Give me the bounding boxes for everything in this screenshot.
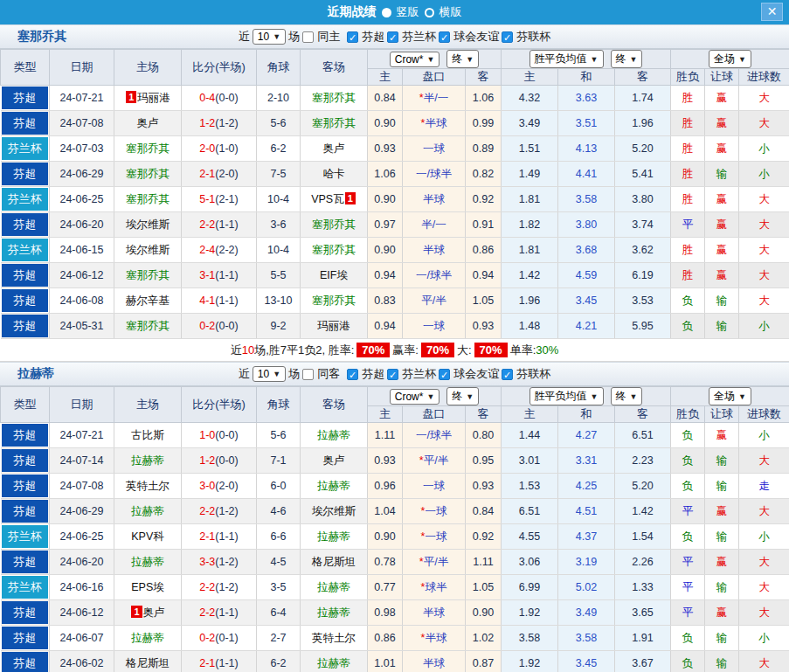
goals-result: 大	[739, 448, 789, 474]
chevron-down-icon: ▼	[466, 392, 474, 401]
team-name: 拉赫蒂	[131, 556, 164, 568]
avg-odds-select[interactable]: 胜平负均值▼	[529, 387, 604, 405]
sub-handicap-result: 让球	[705, 69, 739, 86]
avg-odds-select[interactable]: 胜平负均值▼	[529, 50, 604, 68]
odds-stage-select[interactable]: 终▼	[446, 387, 479, 405]
close-icon[interactable]: ✕	[761, 3, 783, 21]
handicap-result: 赢	[705, 423, 739, 448]
match-date: 24-07-21	[50, 86, 114, 111]
league2-checkbox[interactable]: ✓	[387, 31, 398, 43]
half-time-score: (1-2)	[215, 556, 238, 568]
chevron-down-icon: ▼	[273, 32, 280, 41]
match-row: 芬超24-07-211玛丽港0-4(0-0)2-10塞那乔其0.84*半/一1.…	[1, 86, 789, 111]
league2-checkbox[interactable]: ✓	[387, 369, 398, 380]
team-name: 格尼斯坦	[126, 657, 170, 669]
sub-avg-away: 客	[615, 69, 671, 86]
team-name: 古比斯	[131, 429, 164, 441]
corner-count: 7-1	[257, 448, 301, 474]
avg-home-odds: 1.48	[502, 314, 558, 339]
league-type: 芬兰杯	[2, 137, 49, 160]
league4-checkbox[interactable]: ✓	[502, 369, 513, 380]
avg-away-odds: 1.33	[615, 575, 671, 600]
full-time-score: 1-2	[199, 454, 215, 467]
match-date: 24-06-16	[50, 575, 114, 600]
handicap-cell: 一球	[403, 136, 466, 162]
same-home-checkbox[interactable]	[302, 31, 314, 43]
team-name: 塞那乔其	[312, 92, 356, 104]
match-date: 24-07-21	[50, 423, 114, 448]
vertical-layout-radio[interactable]	[382, 8, 391, 17]
near-label: 近	[239, 29, 250, 45]
team-name: 玛丽港	[137, 92, 170, 104]
handicap-cell: *半球	[403, 626, 466, 651]
league-type: 芬超	[2, 264, 49, 287]
league-type: 芬超	[2, 112, 49, 135]
avg-stage-select[interactable]: 终▼	[611, 387, 643, 405]
home-odds: 0.86	[368, 626, 403, 651]
handicap-line: 一/球半	[416, 168, 452, 180]
away-team-results-table: 类型 日期 主场 比分(半场) 角球 客场 Crow*▼ 终▼ 胜平负均值▼ 终…	[0, 386, 789, 672]
league3-checkbox[interactable]: ✓	[439, 369, 450, 380]
horizontal-layout-radio[interactable]	[425, 8, 434, 17]
scope-select[interactable]: 全场▼	[709, 50, 751, 68]
handicap-line: 一/球半	[416, 269, 452, 281]
corner-count: 3-6	[257, 212, 301, 238]
match-date: 24-06-29	[50, 499, 114, 524]
winlose-result: 平	[671, 212, 705, 238]
team-name: 塞那乔其	[126, 269, 170, 281]
corner-count: 5-6	[257, 423, 301, 448]
goals-result: 小	[739, 423, 789, 448]
chevron-down-icon: ▼	[738, 55, 746, 64]
team-name: 塞那乔其	[312, 294, 356, 307]
half-time-score: (1-0)	[215, 142, 238, 155]
summary-segment: 30%	[536, 343, 558, 357]
team-name: 塞那乔其	[126, 168, 170, 180]
handicap-result: 输	[705, 162, 739, 187]
team-name: 英特土尔	[126, 480, 170, 492]
same-away-checkbox[interactable]	[302, 369, 314, 380]
avg-draw-value: 3.51	[576, 117, 597, 129]
games-count-select[interactable]: 10▼	[253, 366, 286, 382]
league1-checkbox[interactable]: ✓	[347, 31, 358, 43]
home-odds: 0.90	[368, 187, 403, 212]
league3-checkbox[interactable]: ✓	[439, 31, 450, 43]
bookmaker-select[interactable]: Crow*▼	[390, 389, 440, 405]
col-date: 日期	[50, 50, 114, 86]
chevron-down-icon: ▼	[738, 392, 746, 401]
avg-draw-value: 3.80	[576, 218, 597, 231]
league-type: 芬超	[2, 627, 49, 649]
league4-checkbox[interactable]: ✓	[502, 31, 513, 43]
bookmaker-select[interactable]: Crow*▼	[390, 52, 440, 67]
away-team-cell: 塞那乔其	[301, 86, 368, 111]
odds-stage-select[interactable]: 终▼	[446, 50, 479, 68]
full-time-score: 2-0	[199, 142, 215, 155]
league-type: 芬超	[2, 601, 49, 624]
away-team-name: 拉赫蒂	[17, 363, 54, 385]
avg-away-odds: 1.42	[615, 499, 671, 524]
half-time-score: (1-1)	[215, 657, 238, 669]
sub-avg-away: 客	[615, 406, 671, 423]
avg-draw-odds: 3.45	[558, 651, 615, 672]
half-time-score: (1-1)	[215, 269, 238, 281]
avg-stage-select[interactable]: 终▼	[611, 50, 643, 68]
match-date: 24-07-08	[50, 474, 114, 499]
handicap-result: 输	[705, 314, 739, 339]
sub-home-odds: 主	[368, 406, 403, 423]
corner-count: 6-4	[257, 600, 301, 626]
team-name: 玛丽港	[317, 320, 350, 332]
league1-checkbox[interactable]: ✓	[347, 369, 358, 380]
games-count-select[interactable]: 10▼	[253, 29, 286, 45]
score-cell: 1-0(0-0)	[182, 423, 257, 448]
avg-draw-odds: 3.58	[558, 626, 615, 651]
away-odds: 0.93	[466, 314, 502, 339]
handicap-line: 半球	[423, 606, 445, 619]
avg-away-odds: 5.95	[615, 314, 671, 339]
goals-result: 大	[739, 550, 789, 575]
avg-draw-odds: 4.41	[558, 162, 615, 187]
league-type: 芬超	[2, 289, 49, 312]
full-time-score: 3-3	[199, 556, 215, 568]
scope-select[interactable]: 全场▼	[709, 387, 751, 405]
away-team-cell: 拉赫蒂	[301, 423, 368, 448]
avg-home-odds: 1.96	[502, 288, 558, 314]
match-row: 芬兰杯24-06-25塞那乔其5-1(2-1)10-4VPS瓦10.90半球0.…	[1, 187, 789, 212]
